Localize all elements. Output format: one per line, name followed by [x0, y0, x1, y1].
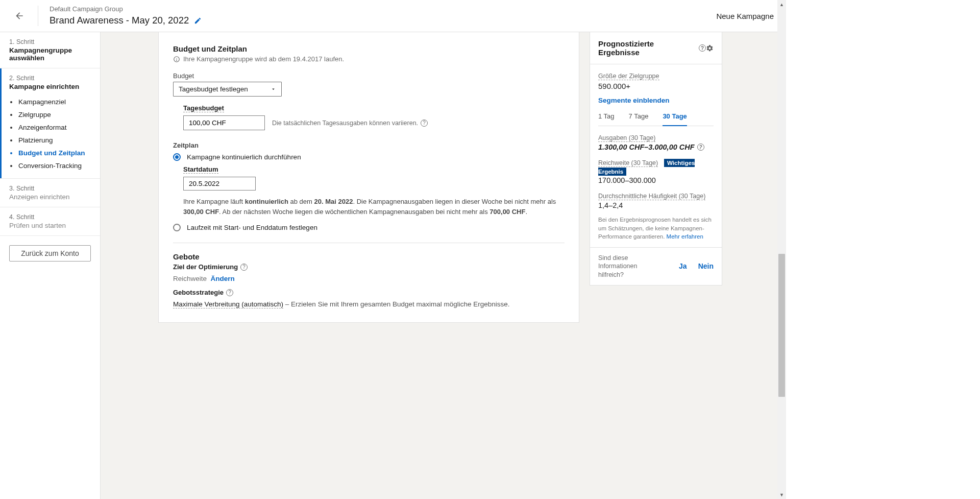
main-area: Budget und Zeitplan Ihre Kampagnengruppe…: [101, 32, 786, 499]
daily-budget-helper: Die tatsächlichen Tagesausgaben können v…: [272, 120, 428, 127]
tab-30-days[interactable]: 30 Tage: [663, 107, 687, 126]
bid-strategy-desc: – Erzielen Sie mit Ihrem gesamten Budget…: [283, 300, 509, 308]
frequency-value: 1,4–2,4: [598, 201, 714, 209]
divider: [173, 243, 565, 243]
sidebar: 1. Schritt Kampagnengruppe auswählen 2. …: [0, 32, 101, 499]
learn-more-link[interactable]: Mehr erfahren: [667, 233, 703, 240]
step-label: Kampagne einrichten: [9, 83, 91, 90]
schedule-fixed-radio[interactable]: Laufzeit mit Start- und Enddatum festleg…: [173, 224, 565, 231]
bid-strategy-value-row: Maximale Verbreitung (automatisch) – Erz…: [173, 300, 565, 308]
step-3[interactable]: 3. Schritt Anzeigen einrichten: [0, 179, 100, 207]
step-4[interactable]: 4. Schritt Prüfen und starten: [0, 207, 100, 236]
header-titles: Default Campaign Group Brand Awareness -…: [50, 5, 202, 27]
step-2: 2. Schritt Kampagne einrichten Kampagnen…: [0, 68, 100, 179]
daily-budget-label: Tagesbudget: [183, 104, 224, 112]
start-date-input[interactable]: [183, 177, 256, 191]
step-num: 4. Schritt: [9, 213, 91, 221]
step-num: 2. Schritt: [9, 75, 91, 82]
divider: [38, 6, 38, 26]
step-label: Prüfen und starten: [9, 222, 91, 229]
feedback-yes-button[interactable]: Ja: [679, 262, 687, 270]
scroll-down-icon[interactable]: ▼: [777, 490, 786, 499]
reach-label: Reichweite (30 Tage): [598, 159, 658, 167]
spend-value: 1.300,00 CHF–3.000,00 CHF ?: [598, 143, 714, 151]
tab-1-day[interactable]: 1 Tag: [598, 107, 615, 126]
change-link[interactable]: Ändern: [211, 275, 235, 282]
help-icon[interactable]: ?: [697, 144, 704, 151]
bid-strategy-value: Maximale Verbreitung (automatisch): [173, 300, 283, 308]
info-row: Ihre Kampagnengruppe wird ab dem 19.4.20…: [173, 55, 565, 63]
select-value: Tagesbudget festlegen: [179, 85, 248, 93]
back-to-account-button[interactable]: Zurück zum Konto: [9, 245, 91, 262]
help-icon[interactable]: ?: [240, 264, 248, 271]
info-icon: [173, 56, 180, 63]
radio-label: Laufzeit mit Start- und Enddatum festleg…: [187, 224, 317, 231]
edit-icon[interactable]: [194, 17, 202, 25]
forecast-disclaimer: Bei den Ergebnisprognosen handelt es sic…: [598, 216, 714, 241]
scroll-thumb[interactable]: [778, 254, 785, 397]
schedule-continuous-radio[interactable]: Kampagne kontinuierlich durchführen: [173, 153, 565, 161]
feedback-question: Sind diese Informationen hilfreich?: [598, 254, 659, 279]
help-icon[interactable]: ?: [699, 44, 706, 52]
forecast-title: Prognostizierte Ergebnisse ?: [598, 39, 706, 57]
budget-type-select[interactable]: Tagesbudget festlegen: [173, 82, 282, 97]
help-icon[interactable]: ?: [421, 120, 428, 127]
audience-size-label: Größe der Zielgruppe: [598, 73, 659, 80]
substep-placement[interactable]: Platzierung: [9, 134, 91, 147]
header: Default Campaign Group Brand Awareness -…: [0, 0, 786, 32]
daily-budget-input[interactable]: [183, 115, 265, 130]
step-label: Anzeigen einrichten: [9, 193, 91, 201]
radio-label: Kampagne kontinuierlich durchführen: [187, 153, 301, 161]
forecast-panel: Prognostizierte Ergebnisse ? Größe der Z…: [590, 32, 722, 286]
radio-icon: [173, 224, 181, 231]
step-1[interactable]: 1. Schritt Kampagnengruppe auswählen: [0, 32, 100, 68]
content-card: Budget und Zeitplan Ihre Kampagnengruppe…: [158, 32, 579, 323]
gear-icon[interactable]: [706, 44, 714, 52]
step-num: 3. Schritt: [9, 185, 91, 192]
show-segments-link[interactable]: Segmente einblenden: [598, 97, 714, 104]
bid-strategy-row: Gebotsstrategie ?: [173, 289, 565, 296]
schedule-label: Zeitplan: [173, 141, 565, 149]
scroll-track[interactable]: [777, 9, 786, 490]
substep-audience[interactable]: Zielgruppe: [9, 108, 91, 121]
step-num: 1. Schritt: [9, 38, 91, 45]
substep-objective[interactable]: Kampagnenziel: [9, 96, 91, 108]
help-icon[interactable]: ?: [226, 289, 233, 296]
frequency-label: Durchschnittliche Häufigkeit (30 Tage): [598, 193, 705, 200]
budget-label: Budget: [173, 72, 565, 80]
scrollbar[interactable]: ▲ ▼: [777, 0, 786, 499]
schedule-description: Ihre Kampagne läuft kontinuierlich ab de…: [183, 197, 565, 217]
start-date-label: Startdatum: [183, 165, 218, 174]
audience-size-value: 590.000+: [598, 82, 714, 90]
campaign-group-name: Default Campaign Group: [50, 5, 202, 14]
arrow-left-icon: [14, 11, 24, 21]
step-label: Kampagnengruppe auswählen: [9, 46, 91, 62]
tab-7-days[interactable]: 7 Tage: [629, 107, 649, 126]
campaign-title-row: Brand Awareness - May 20, 2022: [50, 14, 202, 27]
section-title-budget: Budget und Zeitplan: [173, 44, 565, 53]
new-campaign-link[interactable]: Neue Kampagne: [716, 12, 774, 20]
optimization-goal-row: Ziel der Optimierung ?: [173, 263, 565, 271]
substep-budget[interactable]: Budget und Zeitplan: [9, 147, 91, 159]
optimization-value: Reichweite: [173, 275, 207, 282]
campaign-title: Brand Awareness - May 20, 2022: [50, 14, 189, 27]
reach-value: 170.000–300.000: [598, 176, 714, 184]
scroll-up-icon[interactable]: ▲: [777, 0, 786, 9]
radio-icon: [173, 153, 181, 161]
spend-label: Ausgaben (30 Tage): [598, 134, 655, 142]
chevron-down-icon: [271, 86, 276, 92]
substep-conversion[interactable]: Conversion-Tracking: [9, 159, 91, 172]
forecast-tabs: 1 Tag 7 Tage 30 Tage: [598, 107, 714, 126]
section-title-bids: Gebote: [173, 252, 565, 261]
feedback-no-button[interactable]: Nein: [698, 262, 714, 270]
info-text: Ihre Kampagnengruppe wird ab dem 19.4.20…: [183, 55, 344, 63]
substep-format[interactable]: Anzeigenformat: [9, 121, 91, 134]
optimization-value-row: Reichweite Ändern: [173, 275, 565, 282]
back-button[interactable]: [12, 9, 27, 23]
